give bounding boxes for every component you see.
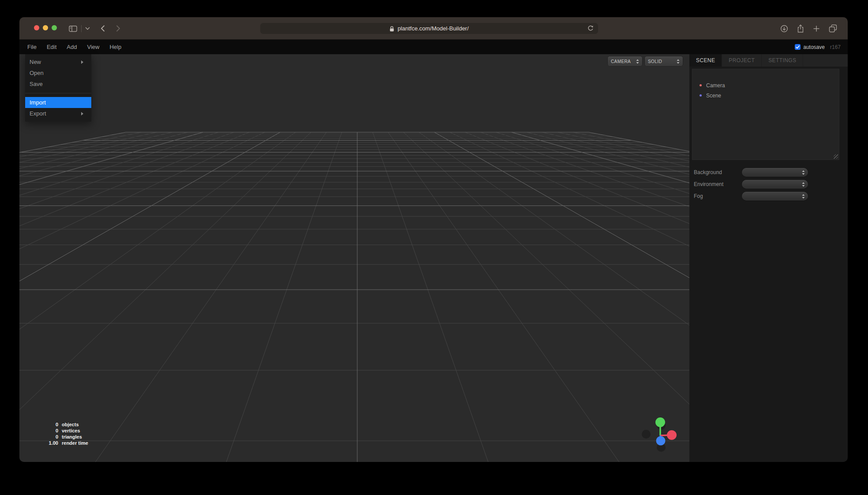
axis-y-ball[interactable] bbox=[655, 417, 665, 427]
select-arrows-icon bbox=[802, 194, 805, 199]
file-menu-import-label: Import bbox=[30, 99, 46, 106]
environment-row: Environment bbox=[689, 178, 848, 190]
file-menu-save[interactable]: Save bbox=[25, 78, 91, 89]
screen: plantfce.com/Model-Builder/ bbox=[0, 0, 868, 495]
menu-view[interactable]: View bbox=[87, 44, 100, 50]
camera-select[interactable]: CAMERA bbox=[608, 56, 642, 66]
forward-icon[interactable] bbox=[116, 25, 120, 32]
select-arrows-icon bbox=[802, 170, 805, 175]
browser-toolbar: plantfce.com/Model-Builder/ bbox=[19, 17, 848, 40]
close-window-button[interactable] bbox=[34, 25, 39, 30]
outliner-item-label: Scene bbox=[706, 93, 721, 99]
render-stats: 0objects 0vertices 0triangles 1.00render… bbox=[41, 421, 88, 446]
file-menu-new[interactable]: New bbox=[25, 56, 91, 67]
outliner-item-scene[interactable]: Scene bbox=[692, 90, 839, 100]
select-arrows-icon bbox=[802, 182, 805, 187]
stat-triangles: 0triangles bbox=[41, 434, 88, 440]
axis-x-ball[interactable] bbox=[667, 430, 677, 440]
toolbar-divider bbox=[81, 25, 82, 32]
fog-select[interactable] bbox=[742, 192, 808, 201]
url-text: plantfce.com/Model-Builder/ bbox=[397, 25, 468, 32]
file-menu-open-label: Open bbox=[30, 70, 44, 76]
camera-dot-icon bbox=[700, 84, 702, 86]
select-arrows-icon bbox=[636, 59, 639, 64]
file-menu-open[interactable]: Open bbox=[25, 67, 91, 78]
background-row: Background bbox=[689, 166, 848, 178]
axes-gizmo[interactable] bbox=[632, 407, 689, 462]
tab-project[interactable]: PROJECT bbox=[722, 54, 762, 67]
revision-label: r167 bbox=[830, 44, 841, 50]
file-menu-export-label: Export bbox=[30, 110, 46, 117]
background-label: Background bbox=[689, 169, 742, 175]
scene-dot-icon bbox=[700, 94, 702, 97]
tab-scene[interactable]: SCENE bbox=[689, 54, 722, 67]
sidebar-panel: SCENE PROJECT SETTINGS Camera Scene bbox=[689, 54, 848, 462]
new-tab-icon[interactable] bbox=[813, 25, 820, 32]
file-menu-new-label: New bbox=[30, 59, 41, 65]
axis-neg-x-ball[interactable] bbox=[642, 430, 651, 439]
environment-label: Environment bbox=[689, 181, 742, 187]
axis-z-ball[interactable] bbox=[656, 436, 666, 446]
autosave-checkbox[interactable] bbox=[795, 44, 801, 50]
ground-grid bbox=[19, 54, 689, 462]
stat-render-time: 1.00render time bbox=[41, 440, 88, 446]
menu-divider bbox=[25, 93, 91, 93]
sidebar-tabs: SCENE PROJECT SETTINGS bbox=[689, 54, 848, 67]
autosave-label[interactable]: autosave bbox=[803, 44, 825, 50]
share-icon[interactable] bbox=[797, 24, 804, 33]
submenu-arrow-icon bbox=[81, 60, 83, 64]
sidebar-icon[interactable] bbox=[69, 25, 77, 32]
camera-select-value: CAMERA bbox=[611, 59, 631, 64]
zoom-window-button[interactable] bbox=[52, 25, 57, 30]
tab-settings[interactable]: SETTINGS bbox=[762, 54, 803, 67]
stat-objects: 0objects bbox=[41, 421, 88, 428]
tab-overview-icon[interactable] bbox=[829, 24, 837, 33]
shading-select[interactable]: SOLID bbox=[645, 56, 683, 66]
menu-edit[interactable]: Edit bbox=[47, 44, 56, 50]
outliner-item-label: Camera bbox=[706, 82, 725, 89]
environment-select[interactable] bbox=[742, 180, 808, 189]
file-menu-export[interactable]: Export bbox=[25, 108, 91, 119]
reload-icon[interactable] bbox=[587, 25, 594, 32]
file-dropdown-menu: New Open Save Import Export bbox=[25, 54, 91, 122]
minimize-window-button[interactable] bbox=[43, 25, 48, 30]
back-icon[interactable] bbox=[101, 25, 105, 32]
menu-add[interactable]: Add bbox=[67, 44, 77, 50]
select-arrows-icon bbox=[677, 59, 680, 64]
scene-properties: Background Environment Fog bbox=[689, 166, 848, 202]
3d-viewport[interactable]: CAMERA SOLID 0objects 0vertices 0triangl… bbox=[19, 54, 689, 462]
file-menu-import[interactable]: Import bbox=[25, 97, 91, 108]
tab-group-chevron-icon[interactable] bbox=[85, 27, 90, 30]
shading-select-value: SOLID bbox=[648, 59, 662, 64]
editor-menubar: File Edit Add View Help autosave r167 bbox=[19, 40, 848, 54]
stat-vertices: 0vertices bbox=[41, 428, 88, 434]
browser-window: plantfce.com/Model-Builder/ bbox=[19, 17, 848, 462]
menu-file[interactable]: File bbox=[27, 44, 37, 50]
menu-help[interactable]: Help bbox=[109, 44, 121, 50]
outliner-item-camera[interactable]: Camera bbox=[692, 80, 839, 90]
lock-icon bbox=[389, 25, 394, 32]
background-select[interactable] bbox=[742, 168, 808, 177]
fog-row: Fog bbox=[689, 190, 848, 202]
window-controls bbox=[34, 25, 57, 30]
downloads-icon[interactable] bbox=[780, 25, 788, 33]
submenu-arrow-icon bbox=[81, 112, 83, 115]
resize-gripper[interactable] bbox=[834, 154, 838, 159]
address-bar[interactable]: plantfce.com/Model-Builder/ bbox=[260, 23, 598, 34]
fog-label: Fog bbox=[689, 193, 742, 199]
scene-outliner[interactable]: Camera Scene bbox=[692, 69, 839, 160]
file-menu-save-label: Save bbox=[30, 81, 43, 87]
